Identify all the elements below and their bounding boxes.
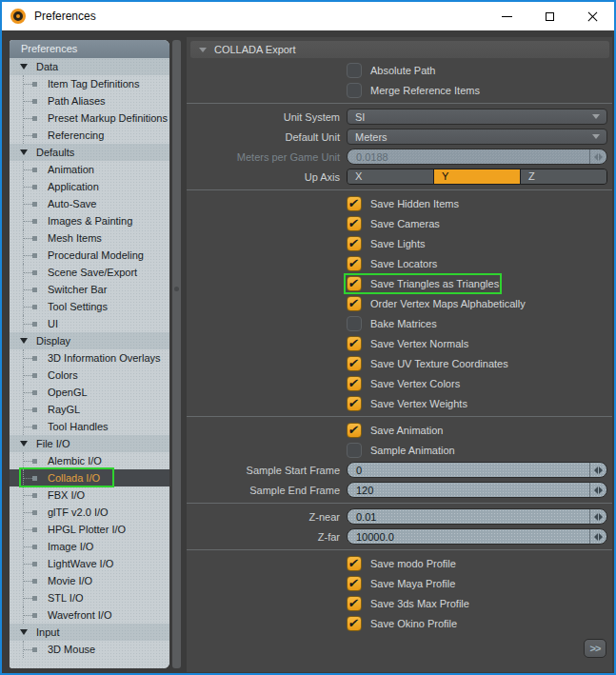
tree-item-fbx-i-o[interactable]: FBX I/O <box>10 486 169 504</box>
checkbox-sample-animation[interactable] <box>347 443 362 458</box>
tree-item-preset-markup-definitions[interactable]: Preset Markup Definitions <box>10 109 169 127</box>
tree-item-tool-settings[interactable]: Tool Settings <box>10 298 169 315</box>
maximize-button[interactable] <box>528 2 571 30</box>
checkbox-merge-reference-items[interactable] <box>347 83 362 98</box>
tree-item-collada-i-o[interactable]: Collada I/O <box>10 469 169 486</box>
tree-item-label: OpenGL <box>48 387 88 398</box>
tree-item-label: Mesh Items <box>48 232 102 244</box>
checkbox-bake-matrices[interactable] <box>347 316 362 331</box>
checkbox-save-maya-profile[interactable] <box>347 576 362 591</box>
checkbox-save-animation[interactable] <box>347 423 362 438</box>
tree-item-label: Procedural Modeling <box>48 249 144 261</box>
tree-item-opengl[interactable]: OpenGL <box>10 384 169 401</box>
tree-bullet-icon <box>32 510 37 515</box>
checkbox-save-locators[interactable] <box>347 256 362 271</box>
tree-item-alembic-i-o[interactable]: Alembic I/O <box>10 452 169 469</box>
field-label: Z-near <box>187 511 347 523</box>
tree-bullet-icon <box>32 185 37 189</box>
section-header[interactable]: COLLADA Export <box>190 41 609 58</box>
checkbox-save-triangles-as-triangles[interactable] <box>347 276 362 291</box>
tree-item-colors[interactable]: Colors <box>10 367 169 384</box>
form-row: Sample Animation <box>187 440 612 460</box>
chevron-down-icon <box>592 114 600 119</box>
tree-item-auto-save[interactable]: Auto-Save <box>10 195 169 212</box>
checkbox-label: Order Vertex Maps Alphabetically <box>370 298 526 309</box>
control-cell: XYZ <box>347 169 607 185</box>
checkbox-order-vertex-maps-alphabetically[interactable] <box>347 296 362 311</box>
tree-item-path-aliases[interactable]: Path Aliases <box>10 92 169 109</box>
tree-item-images-painting[interactable]: Images & Painting <box>10 212 169 229</box>
tree-item-wavefront-i-o[interactable]: Wavefront I/O <box>10 606 169 624</box>
tree-line <box>23 606 24 624</box>
spinner-arrows-icon[interactable] <box>589 509 606 524</box>
tree-bullet-icon <box>32 596 37 601</box>
spinner-arrows-icon[interactable] <box>589 529 606 544</box>
tree-item-procedural-modeling[interactable]: Procedural Modeling <box>10 247 169 264</box>
tree-bullet-icon <box>32 133 37 138</box>
tree-item-raygl[interactable]: RayGL <box>10 401 169 418</box>
title-bar: Preferences <box>2 2 614 30</box>
spinner-arrows-icon[interactable] <box>589 483 606 497</box>
checkbox-save-vertex-weights[interactable] <box>347 396 362 411</box>
tree-item-movie-i-o[interactable]: Movie I/O <box>10 572 169 589</box>
tree-item-switcher-bar[interactable]: Switcher Bar <box>10 281 169 298</box>
number-field-sample-start-frame[interactable]: 0 <box>347 462 607 478</box>
tree-item-label: Item Tag Definitions <box>48 78 139 89</box>
checkbox-save-okino-profile[interactable] <box>347 616 362 631</box>
form-row: Unit SystemSI <box>187 107 612 127</box>
tree-item-item-tag-definitions[interactable]: Item Tag Definitions <box>10 75 169 92</box>
tree-category-display[interactable]: Display <box>10 332 169 349</box>
checkbox-save-modo-profile[interactable] <box>347 556 362 571</box>
tree-item-hpgl-plotter-i-o[interactable]: HPGL Plotter I/O <box>10 521 169 538</box>
checkbox-save-hidden-items[interactable] <box>347 196 362 211</box>
more-options-button[interactable]: >> <box>584 639 606 658</box>
segment-option-z[interactable]: Z <box>521 169 606 184</box>
tree-item-mesh-items[interactable]: Mesh Items <box>10 229 169 247</box>
tree-line <box>23 127 24 144</box>
spinner-arrows-icon[interactable] <box>589 463 606 477</box>
tree-bullet-icon <box>32 493 37 498</box>
minimize-button[interactable] <box>486 2 528 30</box>
tree-line <box>23 469 24 486</box>
tree-item-lightwave-i-o[interactable]: LightWave I/O <box>10 555 169 572</box>
tree-item-label: Tool Settings <box>48 301 108 312</box>
panel-splitter[interactable] <box>172 40 181 668</box>
tree-bullet-icon <box>32 270 37 275</box>
tree-category-input[interactable]: Input <box>10 624 169 641</box>
form-row: Order Vertex Maps Alphabetically <box>187 293 612 313</box>
number-field-sample-end-frame[interactable]: 120 <box>347 482 607 498</box>
segment-option-y[interactable]: Y <box>434 169 521 184</box>
checkbox-save-cameras[interactable] <box>347 216 362 231</box>
number-field-z-near[interactable]: 0.01 <box>347 508 607 525</box>
dropdown-unit-system[interactable]: SI <box>347 109 607 125</box>
tree-item-application[interactable]: Application <box>10 178 169 195</box>
tree-category-defaults[interactable]: Defaults <box>10 144 169 161</box>
tree-item-image-i-o[interactable]: Image I/O <box>10 538 169 555</box>
tree-category-file-i-o[interactable]: File I/O <box>10 435 169 452</box>
checkbox-save-lights[interactable] <box>347 236 362 251</box>
tree-item-gltf-v2-0-i-o[interactable]: glTF v2.0 I/O <box>10 504 169 521</box>
tree-item-3d-information-overlays[interactable]: 3D Information Overlays <box>10 349 169 367</box>
tree-item-stl-i-o[interactable]: STL I/O <box>10 589 169 606</box>
tree-item-tool-handles[interactable]: Tool Handles <box>10 418 169 435</box>
checkbox-save-vertex-colors[interactable] <box>347 376 362 391</box>
checkbox-save-3ds-max-profile[interactable] <box>347 596 362 611</box>
form-row: Save 3ds Max Profile <box>187 593 612 613</box>
close-icon <box>586 10 599 23</box>
tree-item-ui[interactable]: UI <box>10 315 169 332</box>
checkbox-save-uv-texture-coordinates[interactable] <box>347 356 362 371</box>
checkbox-save-vertex-normals[interactable] <box>347 336 362 351</box>
dropdown-default-unit[interactable]: Meters <box>347 129 607 145</box>
field-label: Up Axis <box>187 171 347 183</box>
number-field-z-far[interactable]: 10000.0 <box>347 528 607 545</box>
tree-item-3d-mouse[interactable]: 3D Mouse <box>10 641 169 658</box>
control-cell: Meters <box>347 129 607 145</box>
segment-option-x[interactable]: X <box>348 169 434 184</box>
tree-item-scene-save-export[interactable]: Scene Save/Export <box>10 264 169 281</box>
close-button[interactable] <box>571 2 614 30</box>
checkbox-absolute-path[interactable] <box>347 63 362 78</box>
tree-item-animation[interactable]: Animation <box>10 161 169 178</box>
tree-bullet-icon <box>32 373 37 378</box>
tree-item-referencing[interactable]: Referencing <box>10 127 169 144</box>
tree-category-data[interactable]: Data <box>10 58 169 75</box>
